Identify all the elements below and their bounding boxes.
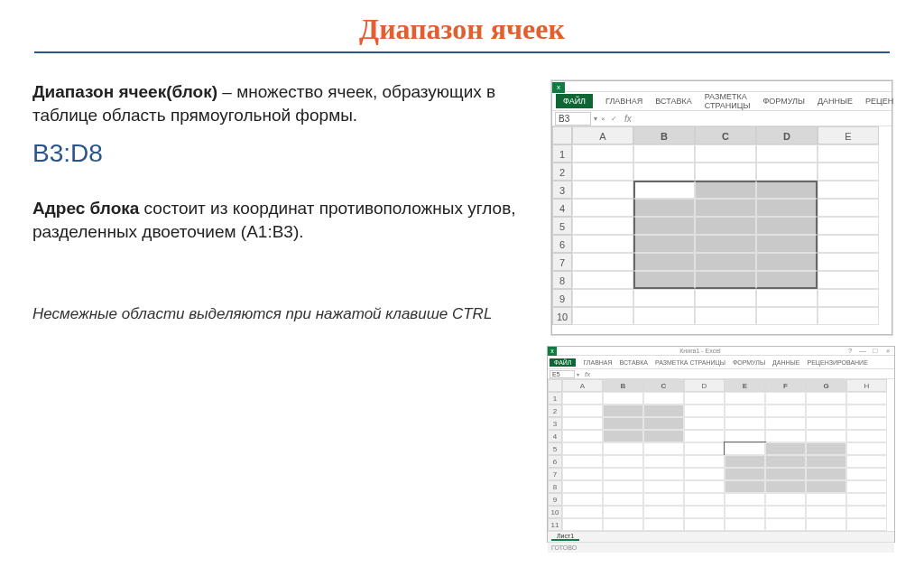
close-icon[interactable]: ×: [882, 347, 894, 356]
ribbon-tab-layout[interactable]: РАЗМЕТКА СТРАНИЦЫ: [705, 92, 751, 110]
dropdown-icon[interactable]: ▾: [577, 371, 579, 377]
name-box[interactable]: E5: [550, 370, 575, 378]
excel-screenshot-top: x ФАЙЛ ГЛАВНАЯ ВСТАВКА РАЗМЕТКА СТРАНИЦЫ…: [551, 80, 892, 335]
excel1-grid[interactable]: ABCDE12345678910: [552, 126, 892, 325]
definition-term: Диапазон ячеек(блок): [32, 82, 217, 101]
address-term: Адрес блока: [32, 199, 139, 218]
ribbon-tab-home[interactable]: ГЛАВНАЯ: [605, 97, 642, 106]
ribbon-tab-review[interactable]: РЕЦЕН: [865, 97, 893, 106]
content: Диапазон ячеек(блок) – множество ячеек, …: [0, 53, 924, 543]
dropdown-icon[interactable]: ▾: [594, 115, 597, 123]
right-column: x ФАЙЛ ГЛАВНАЯ ВСТАВКА РАЗМЕТКА СТРАНИЦЫ…: [538, 80, 899, 543]
definition-paragraph: Диапазон ячеек(блок) – множество ячеек, …: [32, 80, 520, 126]
ribbon-tab-home[interactable]: ГЛАВНАЯ: [583, 359, 612, 366]
ribbon-tab-data[interactable]: ДАННЫЕ: [772, 359, 799, 366]
help-icon[interactable]: ?: [844, 347, 856, 356]
excel2-footer: ГОТОВО: [548, 542, 894, 553]
name-box[interactable]: B3: [555, 112, 591, 126]
excel1-ribbon: ФАЙЛ ГЛАВНАЯ ВСТАВКА РАЗМЕТКА СТРАНИЦЫ Ф…: [552, 92, 892, 110]
maximize-icon[interactable]: □: [869, 347, 882, 356]
formula-icons[interactable]: × ✓: [601, 115, 619, 123]
status-text: ГОТОВО: [551, 544, 577, 551]
ribbon-tab-formulas[interactable]: ФОРМУЛЫ: [733, 359, 765, 366]
ribbon-tab-review[interactable]: РЕЦЕНЗИРОВАНИЕ: [807, 359, 867, 366]
excel-screenshot-bottom: x Книга1 - Excel ? — □ × ФАЙЛ ГЛАВНАЯ ВС…: [547, 346, 895, 543]
file-tab[interactable]: ФАЙЛ: [550, 358, 576, 367]
sheet-tab[interactable]: Лист1: [551, 533, 579, 541]
excel1-titlebar: x: [552, 81, 892, 92]
ribbon-tab-insert[interactable]: ВСТАВКА: [620, 359, 648, 366]
fx-icon[interactable]: fx: [585, 370, 590, 378]
ribbon-tab-data[interactable]: ДАННЫЕ: [818, 97, 853, 106]
ribbon-tab-layout[interactable]: РАЗМЕТКА СТРАНИЦЫ: [655, 359, 725, 366]
excel-app-icon: x: [552, 82, 565, 93]
excel2-titlebar: x Книга1 - Excel ? — □ ×: [548, 347, 894, 356]
excel-app-icon: x: [548, 347, 557, 356]
excel1-formula-bar: B3 ▾ × ✓ fx: [552, 110, 892, 126]
page-title: Диапазон ячеек: [0, 0, 924, 46]
address-paragraph: Адрес блока состоит из координат противо…: [32, 197, 520, 243]
excel2-ribbon: ФАЙЛ ГЛАВНАЯ ВСТАВКА РАЗМЕТКА СТРАНИЦЫ Ф…: [548, 356, 894, 368]
fx-icon[interactable]: fx: [624, 114, 632, 124]
excel2-statusbar: Лист1: [548, 531, 894, 542]
minimize-icon[interactable]: —: [856, 347, 869, 356]
excel2-grid[interactable]: ABCDEFGH1234567891011: [548, 379, 894, 531]
ctrl-note: Несмежные области выделяются при нажатой…: [32, 303, 520, 325]
range-reference: В3:D8: [32, 139, 520, 168]
ribbon-tab-formulas[interactable]: ФОРМУЛЫ: [762, 97, 805, 106]
excel2-formula-bar: E5 ▾ fx: [548, 368, 894, 379]
excel2-doc-title: Книга1 - Excel: [557, 348, 844, 354]
ribbon-tab-insert[interactable]: ВСТАВКА: [655, 97, 691, 106]
file-tab[interactable]: ФАЙЛ: [556, 94, 593, 108]
left-column: Диапазон ячеек(блок) – множество ячеек, …: [32, 80, 538, 543]
window-buttons: ? — □ ×: [844, 347, 894, 356]
